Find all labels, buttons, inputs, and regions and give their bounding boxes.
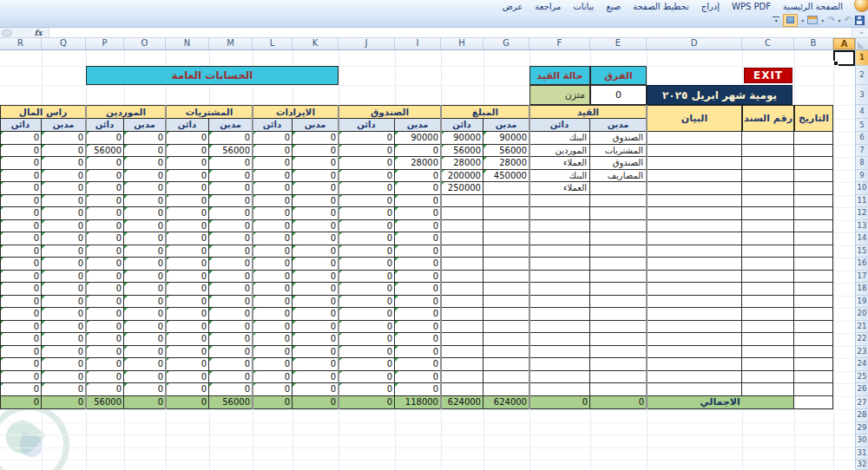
group-header-2[interactable]: الصندوق <box>339 105 441 119</box>
cell-sup_debit[interactable]: 0 <box>124 182 166 195</box>
cell-cash_credit[interactable]: 0 <box>339 170 395 183</box>
credit-subheader[interactable]: دائن <box>441 119 483 132</box>
cell-sup_debit[interactable]: 0 <box>124 220 166 233</box>
cell-amount_debit[interactable] <box>483 296 529 309</box>
cell-cap_debit[interactable]: 0 <box>42 383 86 396</box>
cell-cash_credit[interactable]: 0 <box>339 271 395 284</box>
table-tool-icon[interactable] <box>807 16 818 24</box>
cell-entry_debit[interactable] <box>590 383 647 396</box>
cell-statement[interactable] <box>647 132 742 145</box>
cell-cap_credit[interactable]: 0 <box>0 346 42 359</box>
cell-statement[interactable] <box>647 333 742 346</box>
row-header-28[interactable]: 28 <box>856 409 868 422</box>
tab-home[interactable]: الصفحة الرئيسية <box>777 0 849 13</box>
cell-rev_credit[interactable]: 0 <box>253 245 293 258</box>
cell-cap_credit[interactable]: 0 <box>0 157 42 170</box>
cell-cap_debit[interactable]: 0 <box>42 207 86 220</box>
cell-pur_credit[interactable]: 0 <box>166 232 209 245</box>
cell-pur_debit[interactable]: 0 <box>209 371 253 384</box>
group-header-3[interactable]: الايرادات <box>253 105 339 119</box>
debit-subheader[interactable]: مدين <box>483 119 529 132</box>
column-header-Q[interactable]: Q <box>42 38 86 49</box>
cell-statement[interactable] <box>647 271 742 284</box>
cell-amount_debit[interactable] <box>483 308 529 321</box>
cell-cap_debit[interactable]: 0 <box>42 170 86 183</box>
credit-subheader[interactable]: دائن <box>253 119 293 132</box>
total-cap_credit[interactable]: 0 <box>0 396 42 409</box>
column-header-O[interactable]: O <box>124 38 166 49</box>
row-header-25[interactable]: 25 <box>856 371 868 384</box>
cell-amount_debit[interactable] <box>483 207 529 220</box>
cell-amount_debit[interactable] <box>483 258 529 271</box>
cell-doc_no[interactable] <box>742 245 794 258</box>
cell-amount_credit[interactable] <box>441 232 483 245</box>
cell-pur_credit[interactable]: 0 <box>166 170 209 183</box>
cell-doc_no[interactable] <box>742 333 794 346</box>
cell-cap_credit[interactable]: 0 <box>0 283 42 296</box>
cell-rev_debit[interactable]: 0 <box>293 346 339 359</box>
cell-sup_debit[interactable]: 0 <box>124 346 166 359</box>
total-entry_debit[interactable]: 0 <box>590 396 647 409</box>
row-header-11[interactable]: 11 <box>856 195 868 208</box>
cell-amount_debit[interactable] <box>483 346 529 359</box>
row-header-19[interactable]: 19 <box>856 296 868 309</box>
cell-cap_credit[interactable]: 0 <box>0 358 42 371</box>
cell-cash_credit[interactable]: 0 <box>339 346 395 359</box>
row-header-7[interactable]: 7 <box>856 145 868 158</box>
row-header-22[interactable]: 22 <box>856 333 868 346</box>
cell-date[interactable] <box>794 283 833 296</box>
cell-cap_debit[interactable]: 0 <box>42 333 86 346</box>
cell-cap_debit[interactable]: 0 <box>42 245 86 258</box>
credit-subheader[interactable]: دائن <box>0 119 42 132</box>
cell-amount_credit[interactable] <box>441 271 483 284</box>
cell-rev_debit[interactable]: 0 <box>293 207 339 220</box>
cell-entry_credit[interactable] <box>529 308 590 321</box>
fx-icon[interactable]: fx <box>30 28 47 38</box>
cell-cash_credit[interactable]: 0 <box>339 195 395 208</box>
cell-date[interactable] <box>794 220 833 233</box>
cell-cash_debit[interactable]: 0 <box>395 346 441 359</box>
cell-rev_credit[interactable]: 0 <box>253 232 293 245</box>
cell-pur_credit[interactable]: 0 <box>166 207 209 220</box>
cell-rev_debit[interactable]: 0 <box>293 283 339 296</box>
cell-rev_debit[interactable]: 0 <box>293 308 339 321</box>
cell-entry_debit[interactable]: المشتريات <box>590 145 647 158</box>
cell-sup_debit[interactable]: 0 <box>124 308 166 321</box>
cell-cap_credit[interactable]: 0 <box>0 296 42 309</box>
cell-sup_debit[interactable]: 0 <box>124 245 166 258</box>
cell-entry_credit[interactable]: العملاء <box>529 182 590 195</box>
cell-cap_debit[interactable]: 0 <box>42 258 86 271</box>
cell-entry_debit[interactable] <box>590 182 647 195</box>
cell-statement[interactable] <box>647 170 742 183</box>
cell-rev_credit[interactable]: 0 <box>253 132 293 145</box>
column-header-A[interactable]: A <box>833 38 855 49</box>
cell-statement[interactable] <box>647 321 742 334</box>
cell-rev_debit[interactable]: 0 <box>293 170 339 183</box>
cell-entry_debit[interactable] <box>590 371 647 384</box>
cell-sup_debit[interactable]: 0 <box>124 195 166 208</box>
debit-subheader[interactable]: مدين <box>209 119 253 132</box>
cell-date[interactable] <box>794 132 833 145</box>
cell-entry_debit[interactable] <box>590 271 647 284</box>
cell-amount_debit[interactable] <box>483 358 529 371</box>
cell-cash_credit[interactable]: 0 <box>339 220 395 233</box>
cell-sup_credit[interactable]: 0 <box>86 321 124 334</box>
credit-subheader[interactable]: دائن <box>166 119 209 132</box>
row-header-12[interactable]: 12 <box>856 207 868 220</box>
cell-pur_debit[interactable]: 0 <box>209 170 253 183</box>
cell-pur_credit[interactable]: 0 <box>166 283 209 296</box>
cell-entry_credit[interactable] <box>529 383 590 396</box>
cell-pur_debit[interactable]: 0 <box>209 283 253 296</box>
cell-amount_credit[interactable] <box>441 245 483 258</box>
cell-rev_credit[interactable]: 0 <box>253 346 293 359</box>
cell-pur_debit[interactable]: 0 <box>209 132 253 145</box>
cell-cap_debit[interactable]: 0 <box>42 220 86 233</box>
cell-amount_debit[interactable] <box>483 333 529 346</box>
cell-cash_debit[interactable]: 0 <box>395 333 441 346</box>
cell-cash_debit[interactable]: 0 <box>395 170 441 183</box>
cell-sup_debit[interactable]: 0 <box>124 232 166 245</box>
cell-date[interactable] <box>794 182 833 195</box>
cell-doc_no[interactable] <box>742 195 794 208</box>
cell-cap_credit[interactable]: 0 <box>0 271 42 284</box>
total-amount_debit[interactable]: 624000 <box>483 396 529 409</box>
